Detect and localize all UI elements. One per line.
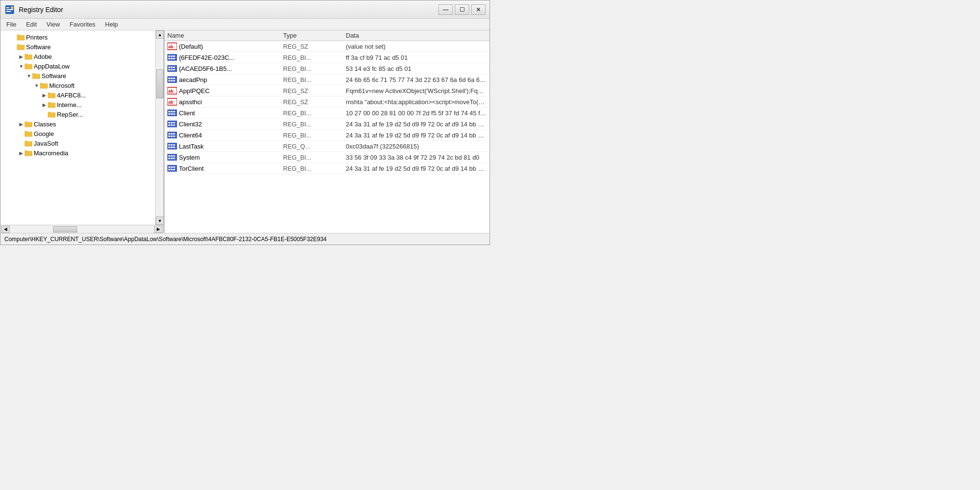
expand-printers	[10, 34, 17, 41]
svg-rect-81	[168, 144, 170, 146]
row-value-name-client32: Client32	[179, 121, 202, 128]
svg-rect-37	[173, 55, 175, 57]
status-bar: Computer\HKEY_CURRENT_USER\Software\AppD…	[0, 233, 490, 245]
table-row[interactable]: System REG_BI... 33 56 3f 09 33 3a 38 c4…	[164, 152, 490, 163]
tree-item-software-mid[interactable]: ▼ Software	[0, 71, 163, 81]
tree-item-adobe[interactable]: ▶ Adobe	[0, 52, 163, 61]
reg-icon-bi-torclient	[167, 164, 177, 172]
tree-label-printers: Printers	[26, 34, 48, 41]
tree-h-scroll-thumb[interactable]	[53, 226, 77, 232]
svg-rect-54	[173, 80, 175, 82]
tree-item-javasoft[interactable]: JavaSoft	[0, 138, 163, 148]
window-title: Registry Editor	[19, 6, 63, 14]
row-value-type-lasttask: REG_Q...	[283, 143, 346, 150]
scrollbar-down-arrow[interactable]: ▼	[156, 217, 163, 225]
minimize-button[interactable]: —	[438, 4, 453, 15]
table-row[interactable]: TorClient REG_BI... 24 3a 31 af fe 19 d2…	[164, 163, 490, 174]
reg-icon-bi-client	[167, 109, 177, 117]
svg-rect-90	[173, 155, 175, 157]
reg-icon-bi-aecadpnp	[167, 76, 177, 83]
row-value-data-default: (value not set)	[346, 43, 487, 50]
main-content: Printers Software ▶	[0, 30, 490, 233]
row-value-name-aecadpnp: aecadPnp	[179, 76, 207, 83]
row-value-data-6fedf: ff 3a cf b9 71 ac d5 01	[346, 54, 487, 61]
row-value-name-apssthci: apssthci	[179, 98, 202, 106]
svg-text:ab: ab	[168, 44, 174, 49]
row-name-client32: Client32	[167, 120, 283, 128]
svg-rect-92	[171, 158, 173, 159]
row-value-name-6fedf: {6FEDF42E-023C...	[179, 54, 234, 61]
tree-item-printers[interactable]: Printers	[0, 32, 163, 42]
table-row[interactable]: aecadPnp REG_BI... 24 6b 65 6c 71 75 77 …	[164, 74, 490, 85]
tree-item-appdatalow[interactable]: ▼ AppDataLow	[0, 61, 163, 71]
folder-icon-javasoft	[25, 139, 32, 147]
table-row[interactable]: ab AppIPQEC REG_SZ Fqm61v=new ActiveXObj…	[164, 85, 490, 96]
svg-rect-97	[173, 166, 175, 168]
menu-view[interactable]: View	[42, 20, 64, 29]
menu-file[interactable]: File	[2, 20, 20, 29]
table-row[interactable]: {6FEDF42E-023C... REG_BI... ff 3a cf b9 …	[164, 52, 490, 63]
table-row[interactable]: {ACAED5F6-1B5... REG_BI... 53 14 e3 fc 8…	[164, 63, 490, 74]
svg-rect-88	[168, 155, 170, 157]
folder-icon-software-mid	[32, 72, 40, 80]
svg-rect-98	[168, 169, 170, 170]
row-value-type-client64: REG_BI...	[283, 132, 346, 139]
svg-rect-72	[173, 124, 175, 126]
tree-h-scroll-left[interactable]: ◀	[1, 226, 10, 233]
row-value-data-acaed: 53 14 e3 fc 85 ac d5 01	[346, 65, 487, 72]
tree-item-macromedia[interactable]: ▶ Macromedia	[0, 148, 163, 158]
row-value-name-default: (Default)	[179, 43, 203, 50]
svg-rect-99	[171, 169, 173, 170]
tree-label-google: Google	[34, 130, 54, 137]
tree-label-appdatalow: AppDataLow	[34, 63, 69, 70]
menu-help[interactable]: Help	[101, 20, 122, 29]
row-value-data-client32: 24 3a 31 af fe 19 d2 5d d9 f9 72 0c af d…	[346, 121, 487, 128]
tree-item-microsoft[interactable]: ▼ Microsoft	[0, 81, 163, 90]
svg-rect-11	[25, 54, 27, 56]
svg-rect-87	[167, 154, 177, 161]
row-name-apssthci: ab apssthci	[167, 98, 283, 106]
table-row[interactable]: ab apssthci REG_SZ mshta "about:<hta:app…	[164, 96, 490, 108]
table-row[interactable]: Client32 REG_BI... 24 3a 31 af fe 19 d2 …	[164, 119, 490, 130]
col-header-type: Type	[283, 32, 346, 39]
svg-rect-38	[168, 58, 170, 59]
tree-item-repser[interactable]: RepSer...	[0, 109, 163, 119]
tree-item-google[interactable]: Google	[0, 129, 163, 138]
scrollbar-up-arrow[interactable]: ▲	[156, 30, 163, 39]
row-name-acaed: {ACAED5F6-1B5...	[167, 65, 283, 72]
expand-google	[18, 130, 25, 137]
tree-item-interne[interactable]: ▶ Interne...	[0, 100, 163, 109]
maximize-button[interactable]: ☐	[455, 4, 469, 15]
tree-h-scroll-track	[10, 226, 154, 233]
row-value-name-acaed: {ACAED5F6-1B5...	[179, 65, 232, 72]
reg-icon-bi-system	[167, 153, 177, 161]
title-bar-left: Registry Editor	[4, 4, 63, 15]
folder-icon-interne	[48, 101, 55, 109]
menu-favorites[interactable]: Favorites	[66, 20, 99, 29]
row-value-data-aecadpnp: 24 6b 65 6c 71 75 77 74 3d 22 63 67 6a 6…	[346, 76, 487, 83]
table-row[interactable]: LastTask REG_Q... 0xc03daa7f (3225266815…	[164, 141, 490, 152]
svg-rect-36	[171, 55, 173, 57]
table-row[interactable]: ab (Default) REG_SZ (value not set)	[164, 41, 490, 52]
svg-point-4	[11, 6, 14, 9]
reg-icon-bi-lasttask	[167, 142, 177, 150]
tree-h-scrollbar[interactable]: ◀ ▶	[0, 225, 163, 233]
close-button[interactable]: ✕	[471, 4, 486, 15]
svg-rect-66	[167, 121, 177, 127]
row-value-data-apssthci: mshta "about:<hta:application><script>mo…	[346, 98, 487, 106]
svg-rect-51	[173, 78, 175, 79]
tree-h-scroll-right[interactable]: ▶	[154, 226, 163, 233]
table-row[interactable]: Client REG_BI... 10 27 00 00 28 81 00 00…	[164, 108, 490, 119]
tree-item-software-top[interactable]: Software	[0, 42, 163, 52]
row-value-type-client: REG_BI...	[283, 109, 346, 117]
menu-edit[interactable]: Edit	[22, 20, 41, 29]
svg-rect-31	[25, 150, 27, 152]
row-name-appipqec: ab AppIPQEC	[167, 87, 283, 95]
tree-scrollbar-v[interactable]: ▲ ▼	[155, 30, 163, 225]
scrollbar-thumb[interactable]	[156, 69, 163, 98]
tree-item-4afbc[interactable]: ▶ 4AFBC8...	[0, 90, 163, 100]
tree-item-classes[interactable]: ▶ Classes	[0, 119, 163, 129]
svg-rect-74	[168, 133, 170, 135]
row-value-type-default: REG_SZ	[283, 43, 346, 50]
table-row[interactable]: Client64 REG_BI... 24 3a 31 af fe 19 d2 …	[164, 130, 490, 141]
